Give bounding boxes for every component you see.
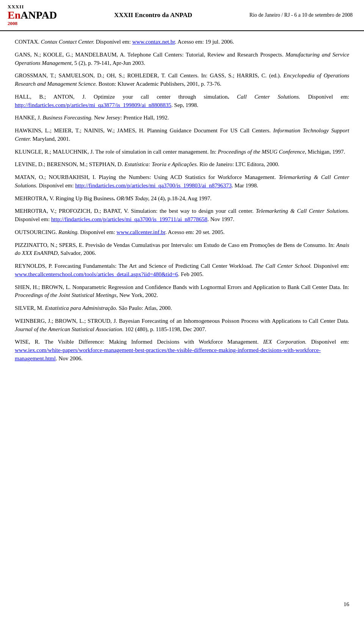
ref-levine-text: LEVINE, D.; BERENSON, M.; STEPHAN, D. Es… [15,161,279,167]
ref-matan-text: MATAN, O.; NOURBAKHSH, I. Playing the Nu… [15,174,349,189]
ref-contax-text: CONTAX. Contax Contact Center. Disponíve… [15,39,234,45]
ref-pizzinatto-text: PIZZINATTO, N.; SPERS, E. Previsão de Ve… [15,242,349,256]
ref-mehrotra2: MEHROTRA, V.; PROFOZICH, D.; BAPAT, V. S… [15,207,349,224]
ref-klungle: KLUNGLE, R.; MALUCHNIK, J. The role of s… [15,148,349,156]
ref-mehrotra1-text: MEHROTRA, V. Ringing Up Big Business. OR… [15,195,212,201]
ref-silver-text: SILVER, M. Estatística para Administraçã… [15,305,172,311]
logo-year: 2008 [8,20,17,27]
ref-outsourcing: OUTSOURCING. Ranking. Disponível em: www… [15,228,349,237]
ref-weinberg-text: WEINBERG, J.; BROWN, L.; STROUD, J. Baye… [15,318,349,332]
ref-mehrotra2-text: MEHROTRA, V.; PROFOZICH, D.; BAPAT, V. S… [15,208,349,222]
references-section: CONTAX. Contax Contact Center. Disponíve… [0,38,364,363]
ref-klungle-text: KLUNGLE, R.; MALUCHNIK, J. The role of s… [15,149,345,155]
logo-area: XXXII EnANPAD 2008 [8,4,57,27]
ref-reynolds-text: REYNOLDS, P. Forecasting Fundamentals: T… [15,263,349,277]
ref-silver: SILVER, M. Estatística para Administraçã… [15,304,349,313]
ref-shen: SHEN, H.; BROWN, L. Nonparametric Regres… [15,283,349,300]
ref-wise: WISE, R. The Visible Difference: Making … [15,338,349,363]
logo-en: En [8,9,20,21]
ref-hall-text: HALL, B.; ANTON, J. Optimize your call c… [15,94,349,108]
ref-hanke: HANKE, J. Business Forecasting. New Jers… [15,114,349,122]
ref-levine: LEVINE, D.; BERENSON, M.; STEPHAN, D. Es… [15,160,349,169]
ref-mehrotra1: MEHROTRA, V. Ringing Up Big Business. OR… [15,195,349,203]
ref-gans: GANS, N.; KOOLE, G.; MANDELBAUM, A. Tele… [15,51,349,68]
ref-hawkins-text: HAWKINS, L.; MEIER, T.; NAINIS, W.; JAME… [15,127,349,142]
event-location: Rio de Janeiro / RJ - 6 a 10 de setembro… [249,12,353,18]
ref-contax: CONTAX. Contax Contact Center. Disponíve… [15,38,349,46]
ref-outsourcing-text: OUTSOURCING. Ranking. Disponível em: www… [15,229,225,235]
ref-hawkins: HAWKINS, L.; MEIER, T.; NAINIS, W.; JAME… [15,127,349,143]
ref-grossman: GROSSMAN, T.; SAMUELSON, D.; OH, S.; ROH… [15,72,349,88]
page-number: 16 [344,601,349,608]
ref-gans-text: GANS, N.; KOOLE, G.; MANDELBAUM, A. Tele… [15,52,349,66]
ref-wise-text: WISE, R. The Visible Difference: Making … [15,339,349,361]
ref-reynolds: REYNOLDS, P. Forecasting Fundamentals: T… [15,262,349,279]
ref-weinberg: WEINBERG, J.; BROWN, L.; STROUD, J. Baye… [15,317,349,334]
page-header: XXXII EnANPAD 2008 XXXII Encontro da ANP… [0,0,364,31]
ref-shen-text: SHEN, H.; BROWN, L. Nonparametric Regres… [15,284,349,299]
logo-anpad: ANPAD [20,9,57,21]
ref-hanke-text: HANKE, J. Business Forecasting. New Jers… [15,115,169,121]
ref-grossman-text: GROSSMAN, T.; SAMUELSON, D.; OH, S.; ROH… [15,72,349,87]
ref-pizzinatto: PIZZINATTO, N.; SPERS, E. Previsão de Ve… [15,241,349,258]
logo-name-row: EnANPAD [8,10,57,20]
ref-hall: HALL, B.; ANTON, J. Optimize your call c… [15,93,349,110]
ref-matan: MATAN, O.; NOURBAKHSH, I. Playing the Nu… [15,173,349,190]
logo-box: XXXII EnANPAD 2008 [8,4,57,27]
conference-title: XXXII Encontro da ANPAD [57,11,249,19]
